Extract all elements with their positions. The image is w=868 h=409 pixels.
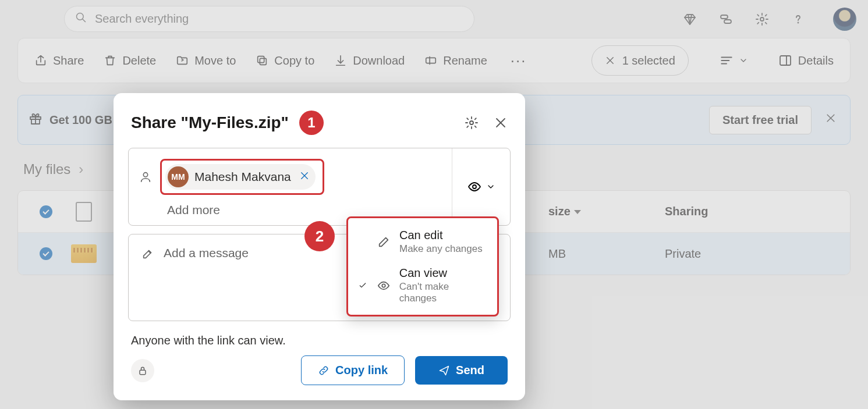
svg-rect-29: [140, 370, 146, 375]
close-promo-button[interactable]: [822, 112, 839, 127]
copy-link-button[interactable]: Copy link: [301, 355, 405, 385]
message-placeholder: Add a message: [164, 246, 249, 260]
recipient-chip[interactable]: MM Mahesh Makvana: [160, 159, 324, 195]
svg-rect-2: [721, 15, 728, 19]
svg-point-4: [760, 17, 764, 21]
header-actions: [683, 8, 856, 31]
rename-button[interactable]: Rename: [424, 54, 487, 67]
svg-point-22: [470, 121, 473, 125]
svg-point-28: [473, 185, 476, 189]
compose-icon: [141, 246, 154, 263]
check-icon: [357, 281, 368, 290]
start-trial-button[interactable]: Start free trial: [709, 106, 812, 134]
chevron-down-icon: [739, 56, 748, 65]
cell-size: MB: [548, 247, 665, 261]
link-settings-button[interactable]: [131, 359, 154, 382]
top-bar: Search everything: [0, 0, 868, 38]
annotation-badge-1: 1: [299, 111, 324, 135]
search-placeholder: Search everything: [95, 12, 189, 26]
svg-line-1: [83, 19, 86, 22]
svg-point-5: [798, 22, 799, 23]
premium-icon[interactable]: [683, 12, 697, 26]
delete-button[interactable]: Delete: [104, 54, 156, 67]
more-actions-button[interactable]: ···: [511, 52, 527, 70]
download-button[interactable]: Download: [334, 54, 405, 67]
share-settings-button[interactable]: [465, 116, 479, 130]
dialog-title: Share "My-Files.zip": [131, 113, 289, 132]
svg-rect-15: [780, 56, 791, 65]
permission-can-view[interactable]: Can view Can't make changes: [348, 261, 497, 310]
person-icon: [139, 170, 152, 183]
search-icon: [75, 12, 87, 26]
sort-button[interactable]: [719, 53, 748, 68]
search-input[interactable]: Search everything: [64, 6, 474, 32]
details-button[interactable]: Details: [778, 54, 834, 67]
promo-text: Get 100 GB: [49, 113, 112, 127]
action-toolbar: Share Delete Move to Copy to Download Re…: [17, 38, 851, 83]
file-type-icon: [76, 202, 92, 222]
add-more-input[interactable]: Add more: [167, 203, 441, 217]
gift-icon: [29, 112, 42, 129]
svg-rect-6: [260, 58, 267, 65]
chevron-down-icon: [486, 182, 495, 191]
svg-rect-8: [426, 58, 436, 63]
send-button[interactable]: Send: [415, 356, 508, 385]
pencil-icon: [377, 236, 390, 248]
remove-recipient-button[interactable]: [299, 170, 310, 184]
copy-to-button[interactable]: Copy to: [256, 54, 314, 67]
avatar[interactable]: [833, 8, 856, 31]
svg-rect-7: [258, 56, 264, 63]
gear-icon[interactable]: [755, 12, 769, 26]
close-dialog-button[interactable]: [494, 116, 508, 130]
svg-rect-3: [724, 20, 731, 23]
svg-point-25: [143, 173, 147, 177]
share-button[interactable]: Share: [34, 54, 84, 67]
help-icon[interactable]: [791, 12, 805, 26]
column-sharing[interactable]: Sharing: [665, 205, 839, 218]
recipient-name: Mahesh Makvana: [194, 170, 291, 184]
row-checkbox[interactable]: [40, 247, 52, 260]
eye-icon: [377, 279, 390, 292]
recipient-avatar: MM: [168, 166, 189, 187]
recipients-box: MM Mahesh Makvana Add more: [128, 148, 511, 226]
eye-icon: [467, 180, 481, 194]
annotation-badge-2: 2: [304, 221, 335, 251]
move-to-button[interactable]: Move to: [176, 54, 236, 67]
column-size[interactable]: size: [548, 205, 665, 218]
zip-file-icon: [71, 244, 97, 263]
svg-point-30: [382, 284, 385, 287]
selection-pill[interactable]: 1 selected: [591, 45, 689, 76]
breadcrumb-root[interactable]: My files: [23, 161, 70, 177]
cell-sharing: Private: [665, 247, 839, 261]
select-all-checkbox[interactable]: [40, 205, 52, 218]
settings-toggle-icon[interactable]: [719, 12, 733, 26]
chevron-right-icon: ›: [79, 161, 83, 177]
permission-menu: Can edit Make any changes Can view Can't…: [346, 216, 499, 316]
link-description: Anyone with the link can view.: [131, 334, 508, 347]
permission-dropdown-button[interactable]: [452, 148, 510, 225]
permission-can-edit[interactable]: Can edit Make any changes: [348, 223, 497, 261]
